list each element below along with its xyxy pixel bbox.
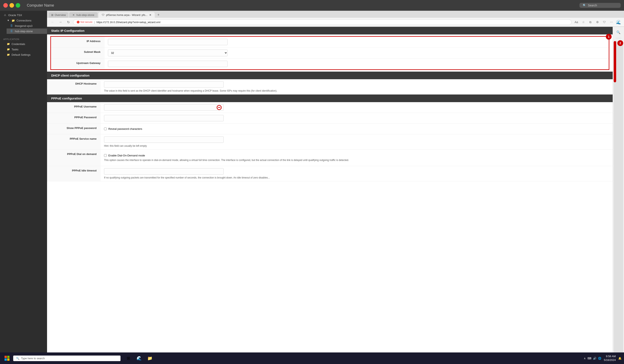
pppoe-username-input[interactable] bbox=[104, 104, 224, 111]
reload-button[interactable]: ↻ bbox=[65, 19, 71, 25]
close-button[interactable] bbox=[3, 3, 8, 8]
sidebar-default-settings[interactable]: 📁 Default Settings bbox=[3, 52, 47, 57]
pppoe-header: PPPoE configuration bbox=[47, 95, 613, 102]
page-content: Static IP Configuration 1 IP bbox=[47, 27, 624, 364]
pppoe-username-field bbox=[101, 102, 613, 113]
right-panel: 🔍 2 ⚙ bbox=[613, 27, 624, 364]
nav-actions: Aa ☆ ⧉ ⚙ 🛡 ⋯ 🌊 bbox=[573, 19, 622, 25]
folder-icon: 📁 bbox=[7, 53, 10, 56]
folder-icon: 📁 bbox=[7, 48, 10, 51]
dial-on-demand-label: Enable Dial-On-Demand mode bbox=[108, 154, 145, 157]
ip-address-field bbox=[104, 37, 609, 47]
edge-browser-icon[interactable]: 🌊 bbox=[134, 354, 144, 363]
sidebar-item-ihoogend[interactable]: 🗄 ihoogend-vps3 bbox=[7, 23, 47, 28]
tab-close-icon[interactable]: ✕ bbox=[72, 13, 75, 17]
dhcp-hostname-input[interactable] bbox=[104, 81, 224, 88]
sidebar-item-hub-step-stone[interactable]: 🗄 hub-step-stone bbox=[7, 28, 47, 34]
sidebar-connections[interactable]: ▼ 📁 Connections bbox=[3, 18, 47, 23]
scrollbar-thumb[interactable] bbox=[614, 41, 616, 82]
browser-chrome: ⊞ Overview ✕ hub-step-stone 🛡 pfSense.ho… bbox=[47, 11, 624, 27]
form-row-pppoe-password: PPPoE Password bbox=[47, 113, 613, 124]
folder-icon: 📁 bbox=[12, 19, 15, 22]
subnet-label: Subnet Mask bbox=[51, 48, 104, 58]
network-icon[interactable]: 🌐 bbox=[598, 357, 601, 360]
shield-button[interactable]: 🛡 bbox=[601, 19, 607, 25]
sidebar-credentials[interactable]: 📁 Credentials bbox=[3, 41, 47, 47]
pppoe-service-field: Hint: this field can usually be left emp… bbox=[101, 134, 613, 149]
sidebar: ⚠ Oracle TSX ▼ 📁 Connections 🗄 ihoogend-… bbox=[0, 11, 47, 364]
up-arrow-icon[interactable]: ∧ bbox=[584, 357, 586, 360]
tab-pfsense[interactable]: 🛡 pfSense.home.arpa - Wizard: pfs... ✕ bbox=[99, 12, 155, 18]
lock-icon: 🔴 bbox=[77, 21, 80, 24]
badge-2: 2 bbox=[617, 40, 623, 46]
taskbar-clock[interactable]: 9:58 AM 5/16/2024 bbox=[604, 355, 616, 362]
taskbar-right: ∧ ⌨ 🔊 🌐 9:58 AM 5/16/2024 🔔 bbox=[584, 355, 622, 362]
file-explorer-icon[interactable]: 📁 bbox=[145, 354, 154, 363]
show-pppoe-password-field: Reveal password characters bbox=[101, 124, 613, 134]
pppoe-password-label: PPPoE Password bbox=[47, 113, 101, 123]
tab-new-button[interactable]: + bbox=[156, 12, 161, 18]
zoom-in-button[interactable]: 🔍 bbox=[615, 28, 622, 36]
search-icon: 🔍 bbox=[16, 357, 19, 360]
taskbar-icons: ⊞ 🌊 📁 bbox=[124, 354, 154, 363]
search-icon: 🔍 bbox=[583, 4, 586, 7]
pppoe-dial-label: PPPoE Dial on demand bbox=[47, 150, 101, 166]
dhcp-hostname-hint: The value in this field is sent as the D… bbox=[104, 89, 609, 92]
tab-bar: ⊞ Overview ✕ hub-step-stone 🛡 pfSense.ho… bbox=[47, 11, 624, 18]
url-display: https://172.16.0.20/wizard.php?xml=setup… bbox=[96, 21, 160, 24]
maximize-button[interactable] bbox=[16, 3, 20, 8]
pppoe-idle-label: PPPoE Idle timeout bbox=[47, 166, 101, 181]
application-section-label: Application bbox=[0, 36, 47, 41]
taskbar: 🔍 Type here to search ⊞ 🌊 📁 ∧ ⌨ 🔊 🌐 9:58… bbox=[0, 352, 624, 364]
dial-on-demand-checkbox[interactable] bbox=[104, 154, 107, 157]
pppoe-section: PPPoE configuration PPPoE Username bbox=[47, 95, 613, 181]
settings-button[interactable]: ⚙ bbox=[594, 19, 600, 25]
tab-overview[interactable]: ⊞ Overview bbox=[49, 12, 68, 18]
tab-close-icon[interactable]: ✕ bbox=[149, 13, 152, 17]
ip-address-input[interactable] bbox=[108, 39, 228, 45]
badge-1: 1 bbox=[606, 34, 612, 40]
browser-area: ⊞ Overview ✕ hub-step-stone 🛡 pfSense.ho… bbox=[47, 11, 624, 364]
svg-rect-3 bbox=[7, 359, 9, 361]
folder-icon: 📁 bbox=[7, 42, 10, 46]
chevron-down-icon: ▼ bbox=[7, 19, 10, 22]
nav-bar: ← → ↻ 🔴 Not secure | https://172.16.0.20… bbox=[47, 18, 624, 27]
title-search[interactable]: 🔍 Search bbox=[579, 3, 621, 8]
pppoe-idle-input[interactable] bbox=[104, 168, 224, 175]
start-button[interactable] bbox=[2, 354, 12, 363]
dhcp-hostname-label: DHCP Hostname bbox=[47, 79, 101, 94]
db-icon: 🗄 bbox=[10, 24, 13, 27]
title-bar: Computer Name 🔍 Search bbox=[0, 0, 624, 11]
read-mode-button[interactable]: Aa bbox=[573, 19, 579, 25]
taskbar-search[interactable]: 🔍 Type here to search bbox=[13, 356, 121, 361]
keyboard-icon[interactable]: ⌨ bbox=[587, 357, 591, 360]
back-button[interactable]: ← bbox=[50, 19, 56, 25]
main-content: Static IP Configuration 1 IP bbox=[47, 27, 613, 364]
favorites-button[interactable]: ☆ bbox=[580, 19, 586, 25]
form-row-subnet: Subnet Mask 32 31 30 29 28 bbox=[51, 48, 609, 59]
address-bar[interactable]: 🔴 Not secure | https://172.16.0.20/wizar… bbox=[73, 19, 572, 25]
dhcp-header: DHCP client configuration bbox=[47, 72, 613, 79]
task-view-button[interactable]: ⊞ bbox=[124, 354, 133, 363]
subnet-select[interactable]: 32 31 30 29 28 24 16 8 bbox=[108, 50, 228, 56]
minimize-button[interactable] bbox=[9, 3, 14, 8]
reveal-password-row: Reveal password characters bbox=[104, 127, 609, 130]
tab-hub-step-stone[interactable]: ✕ hub-step-stone bbox=[69, 12, 98, 18]
upstream-gateway-input[interactable] bbox=[108, 61, 228, 67]
warning-icon: ⚠ bbox=[3, 13, 7, 17]
notifications-icon[interactable]: 🔔 bbox=[618, 357, 622, 360]
pppoe-password-input[interactable] bbox=[104, 115, 224, 121]
pppoe-service-label: PPPoE Service name bbox=[47, 134, 101, 149]
pppoe-service-input[interactable] bbox=[104, 136, 224, 143]
more-button[interactable]: ⋯ bbox=[608, 19, 615, 25]
volume-icon[interactable]: 🔊 bbox=[593, 357, 596, 360]
forward-button[interactable]: → bbox=[57, 19, 64, 25]
scrollbar-track[interactable] bbox=[614, 41, 623, 353]
reveal-password-checkbox[interactable] bbox=[104, 128, 107, 130]
divider bbox=[616, 38, 621, 38]
static-ip-section: Static IP Configuration 1 IP bbox=[47, 27, 613, 72]
no-entry-icon bbox=[217, 105, 222, 110]
subnet-field: 32 31 30 29 28 24 16 8 bbox=[104, 48, 609, 58]
sidebar-tasks[interactable]: 📁 Tasks bbox=[3, 47, 47, 52]
split-view-button[interactable]: ⧉ bbox=[587, 19, 594, 25]
